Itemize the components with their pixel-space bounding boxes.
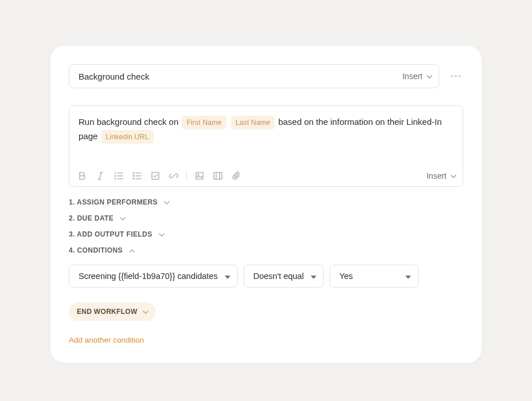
link-icon[interactable]	[168, 170, 179, 182]
attachment-icon[interactable]	[230, 170, 242, 182]
title-insert-button[interactable]: Insert	[402, 72, 432, 81]
svg-point-5	[198, 174, 199, 175]
section-label: 1. ASSIGN PERFORMERS	[69, 198, 158, 206]
unordered-list-icon[interactable]	[131, 170, 143, 182]
section-label: 3. ADD OUTPUT FIELDS	[69, 230, 152, 238]
svg-point-0	[133, 172, 134, 174]
condition-operator-value: Doesn't equal	[253, 272, 304, 281]
svg-point-2	[133, 178, 134, 179]
condition-value: Yes	[339, 272, 353, 281]
chevron-down-icon	[450, 173, 456, 179]
title-input[interactable]	[79, 72, 402, 81]
condition-field-select[interactable]: Screening {{field-1b9a70}} candidates	[69, 265, 238, 288]
chevron-down-icon	[119, 215, 125, 221]
end-workflow-label: END WORKFLOW	[77, 308, 138, 316]
task-editor-card: Insert Run background check on First Nam…	[50, 46, 482, 363]
section-label: 4. CONDITIONS	[69, 246, 123, 254]
condition-operator-select[interactable]: Doesn't equal	[244, 265, 324, 288]
title-insert-label: Insert	[402, 72, 423, 81]
editor-content[interactable]: Run background check on First Name Last …	[69, 106, 463, 166]
video-icon[interactable]	[212, 170, 224, 182]
end-workflow-pill[interactable]: END WORKFLOW	[69, 302, 156, 321]
section-label: 2. DUE DATE	[69, 214, 114, 222]
toolbar-group-media	[194, 170, 242, 182]
sections: 1. ASSIGN PERFORMERS 2. DUE DATE 3. ADD …	[69, 198, 463, 344]
condition-row: Screening {{field-1b9a70}} candidates Do…	[69, 265, 463, 288]
editor-box: Run background check on First Name Last …	[69, 105, 463, 187]
caret-down-icon	[311, 272, 316, 281]
chevron-down-icon	[163, 199, 169, 205]
editor-toolbar: Insert	[69, 166, 463, 186]
section-output-fields[interactable]: 3. ADD OUTPUT FIELDS	[69, 230, 463, 238]
toolbar-group-format	[76, 170, 179, 182]
chevron-down-icon	[426, 73, 432, 79]
section-due-date[interactable]: 2. DUE DATE	[69, 214, 463, 222]
editor-insert-label: Insert	[427, 171, 447, 180]
title-row: Insert	[69, 64, 463, 88]
token-first-name[interactable]: First Name	[182, 116, 226, 129]
svg-rect-4	[196, 172, 203, 179]
chevron-up-icon	[128, 247, 134, 253]
bold-icon[interactable]	[76, 170, 88, 182]
toolbar-separator	[186, 171, 187, 181]
caret-down-icon	[405, 272, 411, 281]
caret-down-icon	[225, 272, 230, 281]
image-icon[interactable]	[194, 170, 205, 182]
add-condition-link[interactable]: Add another condition	[69, 336, 144, 344]
ordered-list-icon[interactable]	[113, 170, 124, 182]
editor-insert-button[interactable]: Insert	[427, 171, 456, 180]
token-last-name[interactable]: Last Name	[231, 116, 275, 129]
token-linkedin[interactable]: Linkedin URL	[101, 130, 154, 144]
title-input-wrap: Insert	[69, 64, 439, 88]
more-menu-button[interactable]	[448, 73, 463, 80]
section-assign-performers[interactable]: 1. ASSIGN PERFORMERS	[69, 198, 463, 206]
section-conditions[interactable]: 4. CONDITIONS	[69, 246, 463, 254]
chevron-down-icon	[158, 231, 164, 237]
editor-text: Run background check on	[79, 117, 178, 127]
condition-value-select[interactable]: Yes	[330, 265, 418, 288]
condition-field-value: Screening {{field-1b9a70}} candidates	[79, 272, 218, 281]
svg-point-1	[133, 175, 134, 176]
checklist-icon[interactable]	[150, 170, 161, 182]
italic-icon[interactable]	[95, 170, 106, 182]
svg-rect-6	[214, 172, 222, 179]
chevron-down-icon	[142, 309, 148, 314]
